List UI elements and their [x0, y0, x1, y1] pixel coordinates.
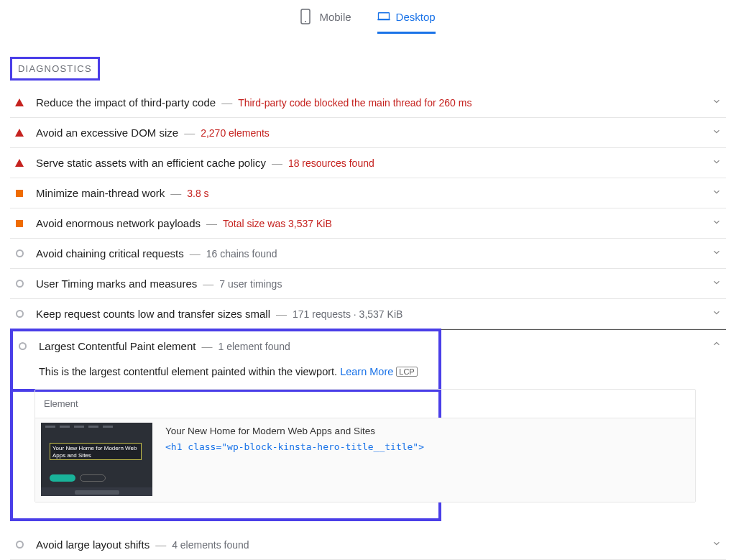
- diag-detail: Total size was 3,537 KiB: [223, 218, 332, 229]
- learn-more-link[interactable]: Learn More: [340, 366, 393, 377]
- svg-point-1: [305, 21, 306, 22]
- diag-row-cache-policy[interactable]: Serve static assets with an efficient ca…: [10, 148, 726, 178]
- lcp-panel: Largest Contentful Paint element — 1 ele…: [10, 329, 441, 392]
- diag-row-layout-shifts[interactable]: Avoid large layout shifts — 4 elements f…: [10, 530, 726, 560]
- chevron-down-icon: [712, 187, 722, 199]
- info-icon: [12, 249, 27, 257]
- chevron-down-icon: [712, 127, 722, 139]
- diag-title: User Timing marks and measures: [36, 277, 197, 290]
- diag-detail: 171 requests · 3,537 KiB: [293, 308, 402, 320]
- element-caption: Your New Home for Modern Web Apps and Si…: [165, 426, 424, 436]
- warn-icon: [12, 220, 27, 227]
- diag-title: Avoid an excessive DOM size: [36, 127, 178, 139]
- device-tabs: Mobile Desktop: [0, 0, 736, 38]
- diag-row-main-thread[interactable]: Minimize main-thread work — 3.8 s: [10, 178, 726, 208]
- diag-title: Avoid chaining critical requests: [36, 247, 184, 260]
- lcp-description: This is the largest contentful element p…: [13, 362, 438, 389]
- diag-detail: 7 user timings: [219, 278, 282, 290]
- chevron-down-icon: [712, 96, 722, 109]
- chevron-down-icon: [712, 157, 722, 169]
- diag-title: Keep request counts low and transfer siz…: [36, 308, 270, 320]
- diag-row-network-payloads[interactable]: Avoid enormous network payloads — Total …: [10, 208, 726, 239]
- tab-mobile-label: Mobile: [319, 11, 351, 23]
- diag-detail: 16 chains found: [206, 248, 277, 260]
- diag-title: Avoid enormous network payloads: [36, 217, 201, 229]
- chevron-down-icon: [712, 308, 722, 320]
- diag-row-third-party[interactable]: Reduce the impact of third-party code — …: [10, 88, 726, 118]
- chevron-down-icon: [712, 277, 722, 290]
- diag-title: Avoid large layout shifts: [36, 538, 150, 551]
- element-thumbnail: Your New Home for Modern Web Apps and Si…: [41, 423, 152, 496]
- lcp-tag: LCP: [396, 367, 417, 377]
- diag-detail: 2,270 elements: [201, 127, 270, 139]
- info-icon: [12, 280, 27, 288]
- info-icon: [14, 342, 30, 350]
- diag-title: Serve static assets with an efficient ca…: [36, 157, 266, 169]
- diag-title: Largest Contentful Paint element: [39, 340, 196, 352]
- tab-desktop[interactable]: Desktop: [377, 7, 436, 34]
- diag-row-dom-size[interactable]: Avoid an excessive DOM size — 2,270 elem…: [10, 118, 726, 148]
- tab-desktop-label: Desktop: [396, 11, 436, 23]
- chevron-down-icon: [712, 247, 722, 260]
- diag-title: Reduce the impact of third-party code: [36, 96, 216, 109]
- info-icon: [12, 541, 27, 548]
- svg-rect-2: [378, 13, 389, 19]
- chevron-down-icon: [712, 217, 722, 229]
- warn-icon: [12, 190, 27, 197]
- error-icon: [12, 159, 27, 167]
- diag-title: Minimize main-thread work: [36, 187, 165, 199]
- diag-row-lcp[interactable]: Largest Contentful Paint element — 1 ele…: [13, 331, 438, 362]
- diag-detail: 4 elements found: [172, 539, 249, 551]
- diag-detail: Third-party code blocked the main thread…: [238, 97, 472, 109]
- diagnostics-heading: DIAGNOSTICS: [10, 57, 100, 81]
- diag-detail: 18 resources found: [288, 157, 374, 169]
- diag-row-request-counts[interactable]: Keep request counts low and transfer siz…: [10, 299, 726, 329]
- diag-detail: 3.8 s: [187, 188, 208, 199]
- diag-detail: 1 element found: [218, 341, 290, 352]
- element-header: Element: [35, 390, 695, 418]
- desktop-icon: [377, 7, 390, 26]
- chevron-up-icon[interactable]: [712, 339, 722, 351]
- mobile-icon: [300, 7, 313, 26]
- diag-row-user-timing[interactable]: User Timing marks and measures — 7 user …: [10, 269, 726, 299]
- diag-row-critical-requests[interactable]: Avoid chaining critical requests — 16 ch…: [10, 239, 726, 269]
- error-icon: [12, 98, 27, 106]
- element-selector: <h1 class="wp-block-kinsta-hero-title__t…: [165, 441, 424, 452]
- info-icon: [12, 310, 27, 318]
- chevron-down-icon: [712, 538, 722, 551]
- tab-mobile[interactable]: Mobile: [300, 7, 351, 34]
- lcp-element-card: Element Your New Home for Modern Web App…: [34, 389, 696, 502]
- svg-rect-3: [377, 19, 390, 21]
- error-icon: [12, 129, 27, 137]
